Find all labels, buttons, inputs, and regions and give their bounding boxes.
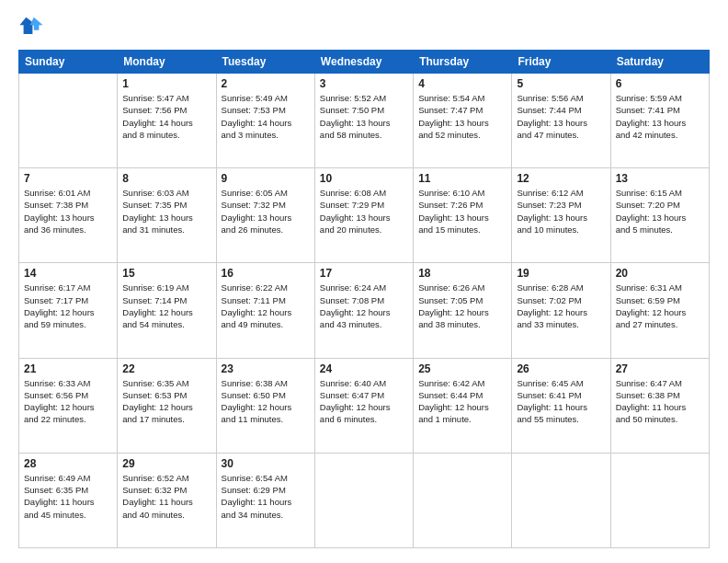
calendar-cell: 3Sunrise: 5:52 AMSunset: 7:50 PMDaylight…: [314, 74, 413, 168]
calendar-cell: 19Sunrise: 6:28 AMSunset: 7:02 PMDayligh…: [512, 263, 610, 358]
day-number: 18: [418, 267, 506, 280]
day-info: Sunrise: 5:59 AMSunset: 7:41 PMDaylight:…: [616, 92, 704, 141]
day-info: Sunrise: 6:40 AMSunset: 6:47 PMDaylight:…: [320, 377, 408, 426]
day-number: 25: [418, 362, 506, 375]
day-number: 22: [122, 362, 210, 375]
day-number: 6: [616, 77, 704, 90]
day-number: 2: [222, 77, 310, 90]
calendar-cell: 6Sunrise: 5:59 AMSunset: 7:41 PMDaylight…: [610, 74, 709, 168]
day-info: Sunrise: 5:49 AMSunset: 7:53 PMDaylight:…: [222, 92, 310, 141]
calendar-cell: 29Sunrise: 6:52 AMSunset: 6:32 PMDayligh…: [118, 453, 216, 547]
day-of-week-header: Wednesday: [314, 51, 413, 74]
calendar-cell: 14Sunrise: 6:17 AMSunset: 7:17 PMDayligh…: [19, 263, 118, 358]
day-info: Sunrise: 6:28 AMSunset: 7:02 PMDaylight:…: [517, 282, 605, 330]
day-number: 10: [320, 172, 408, 185]
day-of-week-header: Saturday: [610, 51, 709, 74]
calendar-cell: [414, 453, 512, 547]
day-number: 21: [24, 362, 112, 375]
calendar-cell: 9Sunrise: 6:05 AMSunset: 7:32 PMDaylight…: [216, 168, 314, 263]
calendar-cell: 2Sunrise: 5:49 AMSunset: 7:53 PMDaylight…: [216, 74, 314, 168]
calendar-cell: 7Sunrise: 6:01 AMSunset: 7:38 PMDaylight…: [19, 168, 118, 263]
calendar-cell: 23Sunrise: 6:38 AMSunset: 6:50 PMDayligh…: [216, 358, 314, 453]
day-of-week-header: Friday: [512, 51, 610, 74]
day-number: 17: [320, 267, 408, 280]
day-number: 7: [24, 172, 112, 185]
day-info: Sunrise: 6:05 AMSunset: 7:32 PMDaylight:…: [222, 187, 310, 236]
calendar-cell: 11Sunrise: 6:10 AMSunset: 7:26 PMDayligh…: [414, 168, 512, 263]
calendar-cell: 8Sunrise: 6:03 AMSunset: 7:35 PMDaylight…: [118, 168, 216, 263]
calendar-cell: 12Sunrise: 6:12 AMSunset: 7:23 PMDayligh…: [512, 168, 610, 263]
day-info: Sunrise: 5:56 AMSunset: 7:44 PMDaylight:…: [517, 92, 605, 141]
calendar-cell: 30Sunrise: 6:54 AMSunset: 6:29 PMDayligh…: [216, 453, 314, 547]
day-info: Sunrise: 6:42 AMSunset: 6:44 PMDaylight:…: [418, 377, 506, 426]
day-number: 11: [418, 172, 506, 185]
calendar-cell: 25Sunrise: 6:42 AMSunset: 6:44 PMDayligh…: [414, 358, 512, 453]
calendar-cell: 20Sunrise: 6:31 AMSunset: 6:59 PMDayligh…: [610, 263, 709, 358]
day-info: Sunrise: 6:47 AMSunset: 6:38 PMDaylight:…: [616, 377, 704, 426]
calendar-cell: 17Sunrise: 6:24 AMSunset: 7:08 PMDayligh…: [314, 263, 413, 358]
day-info: Sunrise: 6:35 AMSunset: 6:53 PMDaylight:…: [122, 377, 210, 426]
day-number: 12: [517, 172, 605, 185]
day-info: Sunrise: 6:38 AMSunset: 6:50 PMDaylight:…: [222, 377, 310, 426]
calendar-cell: 26Sunrise: 6:45 AMSunset: 6:41 PMDayligh…: [512, 358, 610, 453]
day-info: Sunrise: 6:24 AMSunset: 7:08 PMDaylight:…: [320, 282, 408, 330]
day-number: 15: [122, 267, 210, 280]
day-info: Sunrise: 6:12 AMSunset: 7:23 PMDaylight:…: [517, 187, 605, 236]
day-info: Sunrise: 6:19 AMSunset: 7:14 PMDaylight:…: [122, 282, 210, 330]
day-number: 28: [24, 457, 112, 470]
day-info: Sunrise: 6:45 AMSunset: 6:41 PMDaylight:…: [517, 377, 605, 426]
day-info: Sunrise: 6:15 AMSunset: 7:20 PMDaylight:…: [616, 187, 704, 236]
day-number: 1: [122, 77, 210, 90]
calendar-cell: 4Sunrise: 5:54 AMSunset: 7:47 PMDaylight…: [414, 74, 512, 168]
header: [18, 15, 710, 40]
day-info: Sunrise: 6:08 AMSunset: 7:29 PMDaylight:…: [320, 187, 408, 236]
calendar-cell: 28Sunrise: 6:49 AMSunset: 6:35 PMDayligh…: [19, 453, 118, 547]
page: SundayMondayTuesdayWednesdayThursdayFrid…: [0, 0, 728, 563]
day-info: Sunrise: 5:52 AMSunset: 7:50 PMDaylight:…: [320, 92, 408, 141]
day-number: 4: [418, 77, 506, 90]
day-info: Sunrise: 5:47 AMSunset: 7:56 PMDaylight:…: [122, 92, 210, 141]
calendar-table: SundayMondayTuesdayWednesdayThursdayFrid…: [18, 50, 710, 548]
day-info: Sunrise: 6:17 AMSunset: 7:17 PMDaylight:…: [24, 282, 112, 330]
day-info: Sunrise: 6:49 AMSunset: 6:35 PMDaylight:…: [24, 472, 112, 521]
day-info: Sunrise: 6:01 AMSunset: 7:38 PMDaylight:…: [24, 187, 112, 236]
day-number: 30: [222, 457, 310, 470]
day-info: Sunrise: 6:31 AMSunset: 6:59 PMDaylight:…: [616, 282, 704, 330]
day-of-week-header: Sunday: [19, 51, 118, 74]
day-info: Sunrise: 6:54 AMSunset: 6:29 PMDaylight:…: [222, 472, 310, 521]
calendar-cell: 10Sunrise: 6:08 AMSunset: 7:29 PMDayligh…: [314, 168, 413, 263]
day-info: Sunrise: 6:22 AMSunset: 7:11 PMDaylight:…: [222, 282, 310, 330]
calendar-cell: 15Sunrise: 6:19 AMSunset: 7:14 PMDayligh…: [118, 263, 216, 358]
day-number: 23: [222, 362, 310, 375]
day-of-week-header: Tuesday: [216, 51, 314, 74]
day-number: 5: [517, 77, 605, 90]
day-of-week-header: Monday: [118, 51, 216, 74]
logo: [18, 15, 48, 40]
day-number: 16: [222, 267, 310, 280]
day-number: 27: [616, 362, 704, 375]
day-number: 13: [616, 172, 704, 185]
day-number: 8: [122, 172, 210, 185]
calendar-cell: 1Sunrise: 5:47 AMSunset: 7:56 PMDaylight…: [118, 74, 216, 168]
day-number: 24: [320, 362, 408, 375]
calendar-cell: 21Sunrise: 6:33 AMSunset: 6:56 PMDayligh…: [19, 358, 118, 453]
day-info: Sunrise: 6:03 AMSunset: 7:35 PMDaylight:…: [122, 187, 210, 236]
day-number: 14: [24, 267, 112, 280]
day-number: 9: [222, 172, 310, 185]
day-info: Sunrise: 6:10 AMSunset: 7:26 PMDaylight:…: [418, 187, 506, 236]
calendar-cell: 22Sunrise: 6:35 AMSunset: 6:53 PMDayligh…: [118, 358, 216, 453]
day-info: Sunrise: 5:54 AMSunset: 7:47 PMDaylight:…: [418, 92, 506, 141]
day-number: 19: [517, 267, 605, 280]
calendar-cell: 18Sunrise: 6:26 AMSunset: 7:05 PMDayligh…: [414, 263, 512, 358]
calendar-cell: [19, 74, 118, 168]
calendar-cell: [610, 453, 709, 547]
calendar-cell: 5Sunrise: 5:56 AMSunset: 7:44 PMDaylight…: [512, 74, 610, 168]
day-info: Sunrise: 6:26 AMSunset: 7:05 PMDaylight:…: [418, 282, 506, 330]
calendar-cell: [314, 453, 413, 547]
calendar-cell: 16Sunrise: 6:22 AMSunset: 7:11 PMDayligh…: [216, 263, 314, 358]
calendar-cell: 27Sunrise: 6:47 AMSunset: 6:38 PMDayligh…: [610, 358, 709, 453]
calendar-cell: [512, 453, 610, 547]
logo-icon: [18, 15, 44, 40]
calendar-cell: 13Sunrise: 6:15 AMSunset: 7:20 PMDayligh…: [610, 168, 709, 263]
day-info: Sunrise: 6:52 AMSunset: 6:32 PMDaylight:…: [122, 472, 210, 521]
